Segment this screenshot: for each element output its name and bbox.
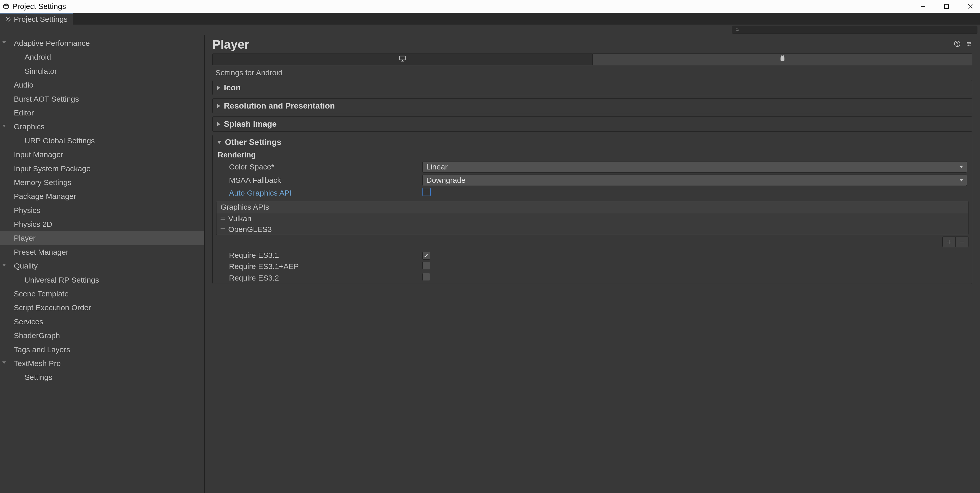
chevron-down-icon — [217, 141, 221, 144]
sidebar-item-physics-2d[interactable]: Physics 2D — [0, 217, 204, 231]
group-icon: Icon — [212, 80, 972, 95]
main-area: Adaptive PerformanceAndroidSimulatorAudi… — [0, 35, 980, 493]
tab-standalone[interactable] — [212, 54, 592, 65]
window-titlebar: Project Settings — [0, 0, 980, 13]
api-list-item[interactable]: Vulkan — [216, 213, 968, 224]
sidebar-item-simulator[interactable]: Simulator — [0, 64, 204, 78]
sidebar-item-physics[interactable]: Physics — [0, 204, 204, 217]
color-space-dropdown[interactable]: Linear — [422, 161, 967, 172]
sidebar-item-tags-and-layers[interactable]: Tags and Layers — [0, 343, 204, 357]
sidebar-item-input-system-package[interactable]: Input System Package — [0, 162, 204, 176]
group-resolution-header[interactable]: Resolution and Presentation — [213, 99, 972, 113]
sidebar-item-adaptive-performance[interactable]: Adaptive Performance — [0, 36, 204, 50]
es32-label: Require ES3.2 — [218, 274, 422, 282]
field-es32: Require ES3.2 — [213, 272, 972, 284]
desktop-icon — [399, 55, 406, 64]
sidebar-item-memory-settings[interactable]: Memory Settings — [0, 176, 204, 190]
search-input[interactable] — [732, 26, 977, 34]
dropdown-arrow-icon — [959, 166, 963, 168]
svg-point-23 — [781, 57, 782, 57]
svg-point-16 — [969, 43, 970, 44]
sidebar-item-quality[interactable]: Quality — [0, 259, 204, 273]
dropdown-arrow-icon — [959, 179, 963, 182]
tab-project-settings[interactable]: Project Settings — [0, 13, 73, 25]
api-name: Vulkan — [228, 214, 251, 223]
search-icon — [735, 27, 740, 32]
svg-point-15 — [967, 42, 969, 43]
content-header: Player — [212, 37, 972, 51]
sidebar-item-input-manager[interactable]: Input Manager — [0, 148, 204, 161]
color-space-label: Color Space* — [218, 163, 422, 171]
sidebar-item-android[interactable]: Android — [0, 50, 204, 64]
es31-checkbox[interactable] — [422, 252, 430, 260]
group-splash-title: Splash Image — [224, 119, 277, 129]
sidebar-item-scene-template[interactable]: Scene Template — [0, 287, 204, 301]
svg-point-17 — [968, 45, 969, 46]
group-other-header[interactable]: Other Settings — [213, 135, 972, 150]
presets-icon[interactable] — [966, 40, 972, 49]
msaa-dropdown[interactable]: Downgrade — [422, 175, 967, 186]
auto-api-label: Auto Graphics API — [218, 189, 422, 197]
platform-subtitle: Settings for Android — [215, 69, 972, 77]
group-splash-header[interactable]: Splash Image — [213, 117, 972, 131]
auto-api-checkbox[interactable] — [422, 188, 431, 196]
sidebar-item-script-execution-order[interactable]: Script Execution Order — [0, 301, 204, 314]
color-space-value: Linear — [426, 163, 447, 171]
tab-label: Project Settings — [14, 15, 68, 24]
sidebar-item-burst-aot-settings[interactable]: Burst AOT Settings — [0, 92, 204, 106]
field-es31aep: Require ES3.1+AEP — [213, 260, 972, 272]
chevron-right-icon — [217, 86, 220, 90]
group-resolution: Resolution and Presentation — [212, 98, 972, 113]
content-actions — [954, 40, 972, 49]
svg-rect-18 — [399, 56, 405, 60]
group-other: Other Settings Rendering Color Space* Li… — [212, 135, 972, 284]
svg-rect-4 — [945, 4, 948, 8]
minimize-button[interactable] — [920, 3, 926, 9]
drag-handle-icon[interactable] — [221, 218, 225, 220]
platform-tabs — [212, 54, 972, 65]
maximize-button[interactable] — [943, 3, 949, 9]
group-icon-header[interactable]: Icon — [213, 80, 972, 95]
drag-handle-icon[interactable] — [221, 228, 225, 230]
graphics-apis-header: Graphics APIs — [216, 201, 968, 213]
page-title: Player — [212, 37, 249, 51]
svg-line-9 — [738, 30, 739, 32]
svg-point-24 — [783, 57, 783, 57]
window-title: Project Settings — [12, 2, 66, 11]
group-icon-title: Icon — [224, 83, 241, 93]
es32-checkbox[interactable] — [422, 273, 430, 281]
es31-label: Require ES3.1 — [218, 251, 422, 260]
android-icon — [779, 55, 786, 64]
tab-android[interactable] — [592, 54, 972, 65]
es31aep-checkbox[interactable] — [422, 262, 430, 269]
sidebar-item-graphics[interactable]: Graphics — [0, 120, 204, 134]
sidebar-item-player[interactable]: Player — [0, 231, 204, 245]
content-panel: Player Settings for A — [205, 35, 980, 493]
remove-button[interactable]: − — [955, 237, 968, 247]
sidebar-item-universal-rp-settings[interactable]: Universal RP Settings — [0, 273, 204, 287]
toolbar — [0, 25, 980, 35]
sidebar-item-settings[interactable]: Settings — [0, 370, 204, 384]
help-icon[interactable] — [954, 40, 961, 49]
msaa-value: Downgrade — [426, 176, 465, 185]
group-other-title: Other Settings — [225, 137, 281, 147]
add-button[interactable]: + — [943, 237, 955, 247]
sidebar-item-services[interactable]: Services — [0, 315, 204, 329]
svg-point-11 — [957, 45, 958, 46]
sidebar-item-editor[interactable]: Editor — [0, 106, 204, 120]
field-es31: Require ES3.1 — [213, 250, 972, 260]
sidebar-item-package-manager[interactable]: Package Manager — [0, 190, 204, 203]
close-button[interactable] — [967, 3, 974, 10]
field-msaa: MSAA Fallback Downgrade — [213, 174, 972, 187]
sidebar-item-preset-manager[interactable]: Preset Manager — [0, 245, 204, 259]
sidebar-item-audio[interactable]: Audio — [0, 78, 204, 92]
sidebar-item-textmesh-pro[interactable]: TextMesh Pro — [0, 357, 204, 370]
sidebar-item-shadergraph[interactable]: ShaderGraph — [0, 329, 204, 343]
api-name: OpenGLES3 — [228, 225, 272, 234]
api-list-item[interactable]: OpenGLES3 — [216, 224, 968, 235]
unity-icon — [3, 3, 10, 10]
titlebar-left: Project Settings — [3, 2, 66, 11]
graphics-apis-footer: + − — [213, 235, 972, 250]
sidebar-item-urp-global-settings[interactable]: URP Global Settings — [0, 134, 204, 148]
svg-point-7 — [8, 18, 9, 20]
